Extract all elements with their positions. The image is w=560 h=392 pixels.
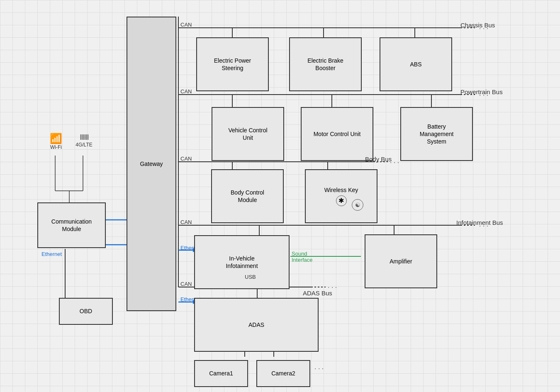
infotainment-dots: · · · [479,222,488,230]
wk-box: Wireless Key ✱ [305,169,377,223]
ivi-label: In-VehicleInfotainment [226,255,258,270]
infotainment-can-label: CAN [180,219,192,225]
bluetooth-icon: ☯ [352,199,363,211]
obd-label: OBD [80,307,92,315]
bcm-label: Body ControlModule [231,189,264,204]
comm-ethernet-label: Ethernet [41,251,62,257]
camera2-box: Camera2 [256,360,310,387]
body-bus-label: Body Bus [365,156,392,163]
abs-box: ABS [380,37,452,91]
adas-box: ADAS [194,298,319,352]
usb-label: USB [245,274,256,280]
lte-label: 4G/LTE [73,142,95,148]
eps-box: Electric PowerSteering [196,37,269,91]
ivi-box: In-VehicleInfotainment [194,235,290,289]
abs-label: ABS [410,61,421,68]
powertrain-dots: · · · [479,92,488,99]
comm-module-label: CommunicationModule [51,218,92,233]
comm-module-box: CommunicationModule [37,202,106,248]
ebb-label: Electric BrakeBooster [307,57,343,72]
adas-dots: · · · [328,284,337,291]
bms-label: BatteryManagementSystem [420,123,454,146]
vcu-label: Vehicle ControlUnit [228,127,267,141]
body-dots: · · · [390,159,399,166]
body-can-label: CAN [180,156,192,162]
vcu-box: Vehicle ControlUnit [212,107,284,161]
amplifier-box: Amplifier [365,234,437,288]
ebb-box: Electric BrakeBooster [289,37,362,91]
wifi-label: Wi-Fi [46,144,66,150]
adas-label: ADAS [248,321,264,329]
wifi-antenna: 📶 Wi-Fi [46,133,66,150]
lte-antenna: ⅡⅡⅡ 4G/LTE [73,133,95,148]
bms-box: BatteryManagementSystem [400,107,473,161]
chassis-dots: · · · [479,25,488,32]
mcu-box: Motor Control Unit [301,107,373,161]
sound-interface-label: SoundInterface [292,251,313,263]
camera1-label: Camera1 [209,370,233,377]
chassis-can-label: CAN [180,22,192,28]
chassis-bus-label: Chassis Bus [460,22,495,29]
gateway-box: Gateway [127,17,176,311]
mcu-label: Motor Control Unit [314,130,361,138]
adas-can-label: CAN [180,281,192,287]
powertrain-can-label: CAN [180,88,192,95]
eps-label: Electric PowerSteering [214,57,251,72]
amplifier-label: Amplifier [390,258,412,265]
camera2-label: Camera2 [271,370,295,377]
bcm-box: Body ControlModule [211,169,284,223]
gateway-label: Gateway [140,160,163,168]
camera1-box: Camera1 [194,360,248,387]
camera-dots: · · · [314,365,324,373]
obd-box: OBD [59,298,113,325]
